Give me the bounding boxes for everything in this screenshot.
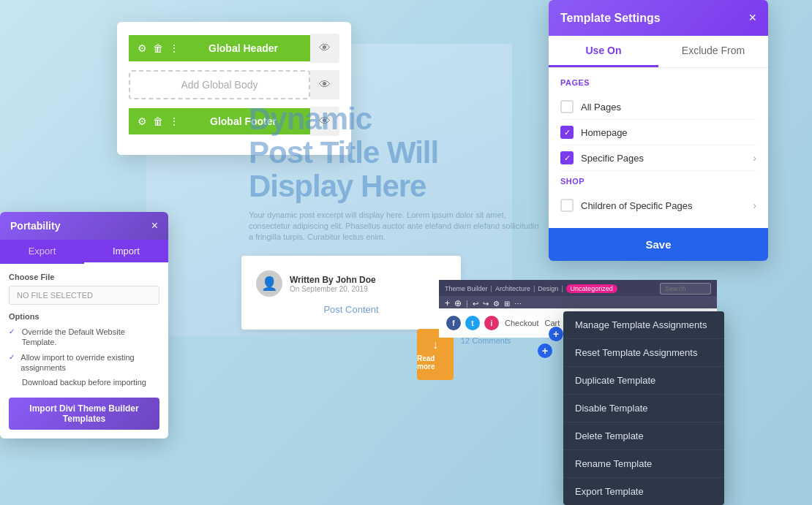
portability-close-button[interactable]: × [151,219,158,232]
toolbar-design[interactable]: Design [538,285,558,292]
children-checkbox[interactable] [560,199,574,212]
portability-tab-import[interactable]: Import [84,240,168,264]
social-icons-group: f t i [446,316,499,330]
option-label-2: Allow import to override existing assign… [20,352,159,373]
context-duplicate-template[interactable]: Duplicate Template [563,367,724,395]
template-settings-save-button[interactable]: Save [549,228,768,261]
toolbar-architecture[interactable]: Architecture [495,285,530,292]
settings-icon[interactable]: ⚙ [493,300,500,308]
template-settings-close-button[interactable]: × [748,10,756,26]
add-section-icon[interactable]: + [445,298,450,308]
options-label: Options [9,312,159,321]
children-chevron-icon: › [753,200,756,211]
context-delete-template[interactable]: Delete Template [563,422,724,450]
add-body-label: Add Global Body [181,79,257,91]
portability-tabs: Export Import [0,240,168,264]
context-menu: Manage Template Assignments Reset Templa… [563,311,724,505]
read-more-arrow-icon: ↓ [432,338,438,352]
dynamic-title-area: Dynamic Post Title Will Display Here You… [249,102,541,243]
ts-tab-use-on[interactable]: Use On [549,36,658,67]
ts-option-specific-pages[interactable]: ✓ Specific Pages › [560,145,756,171]
portability-panel: Portability × Export Import Choose File … [0,212,168,438]
context-rename-template[interactable]: Rename Template [563,450,724,478]
author-name: Written By John Doe [290,275,376,285]
facebook-icon[interactable]: f [446,316,461,330]
ts-option-all-pages[interactable]: All Pages [560,94,756,120]
import-button[interactable]: Import Divi Theme Builder Templates [9,398,159,430]
toolbar-search-input[interactable] [660,283,711,295]
add-body-area[interactable]: Add Global Body [129,70,310,99]
template-settings-header: Template Settings × [549,0,768,36]
dynamic-subtitle: Your dynamic post excerpt will display h… [249,210,541,243]
post-author: 👤 Written By John Doe On September 20, 2… [256,270,446,297]
footer-trash-icon[interactable]: 🗑 [153,115,163,127]
portability-tab-export[interactable]: Export [0,240,84,264]
global-header-label: Global Header [185,42,301,54]
specific-pages-checkbox[interactable]: ✓ [560,151,574,164]
children-label: Children of Specific Pages [581,200,745,211]
toolbar-uncategorized[interactable]: Uncategorized [566,284,617,293]
add-global-body-row: Add Global Body 👁 [129,70,339,99]
post-card: 👤 Written By John Doe On September 20, 2… [241,256,461,330]
nav-cart[interactable]: Cart [544,319,560,327]
footer-gear-icon[interactable]: ⚙ [138,115,147,127]
more-options-icon[interactable]: ⋯ [514,300,522,308]
template-settings-tabs: Use On Exclude From [549,36,768,68]
option-label-3: Download backup before importing [22,377,146,387]
homepage-checkbox[interactable]: ✓ [560,126,574,139]
ts-option-children[interactable]: Children of Specific Pages › [560,193,756,218]
template-settings-panel: Template Settings × Use On Exclude From … [549,0,768,261]
gear-icon[interactable]: ⚙ [138,42,147,54]
dynamic-title-text: Dynamic Post Title Will Display Here [249,102,541,204]
add-element-button-1[interactable]: + [549,327,563,341]
grid-icon[interactable]: ⊞ [504,300,510,308]
author-avatar: 👤 [256,270,282,297]
twitter-icon[interactable]: t [465,316,480,330]
portability-header: Portability × [0,212,168,240]
toolbar-theme-builder[interactable]: Theme Builder [445,285,488,292]
instagram-icon[interactable]: i [484,316,499,330]
header-visibility-toggle[interactable]: 👁 [310,34,339,63]
context-disable-template[interactable]: Disable Template [563,395,724,422]
read-more-label: Read more [417,354,454,371]
template-header-row: ⚙ 🗑 ⋮ Global Header 👁 [129,34,339,63]
all-pages-label: All Pages [581,102,756,113]
option-override-default: ✓ Override the Default Website Template. [9,327,159,348]
body-visibility-toggle[interactable]: 👁 [310,70,339,99]
undo-icon[interactable]: ↩ [473,300,478,308]
portability-title: Portability [10,220,60,232]
file-input-display[interactable]: NO FILE SELECTED [9,286,159,305]
global-header-row[interactable]: ⚙ 🗑 ⋮ Global Header [129,35,310,61]
option-check-1: ✓ [9,327,18,336]
context-reset-assignments[interactable]: Reset Template Assignments [563,339,724,367]
redo-icon[interactable]: ↪ [483,300,489,308]
ts-tab-exclude-from[interactable]: Exclude From [658,36,768,67]
portability-body: Choose File NO FILE SELECTED Options ✓ O… [0,264,168,438]
add-element-button-2[interactable]: + [538,343,552,358]
template-settings-body: Pages All Pages ✓ Homepage ✓ Specific Pa… [549,68,768,228]
divider-1: | [466,300,468,308]
nav-checkout[interactable]: Checkout [505,319,538,327]
add-row-icon[interactable]: ⊕ [454,298,462,308]
footer-more-icon[interactable]: ⋮ [169,115,179,127]
specific-pages-chevron-icon: › [753,152,756,164]
author-date: On September 20, 2019 [290,285,376,293]
all-pages-checkbox[interactable] [560,100,574,113]
more-icon[interactable]: ⋮ [169,42,179,54]
trash-icon[interactable]: 🗑 [153,42,163,54]
homepage-label: Homepage [581,127,756,138]
template-settings-title: Template Settings [560,12,661,25]
option-allow-import: ✓ Allow import to override existing assi… [9,352,159,373]
shop-section-label: Shop [560,177,756,186]
ts-option-homepage[interactable]: ✓ Homepage [560,120,756,145]
file-label: Choose File [9,273,159,281]
option-label-1: Override the Default Website Template. [22,327,159,348]
top-toolbar-bar: Theme Builder | Architecture | Design | … [439,280,717,297]
option-download-backup: ✓ Download backup before importing [9,377,159,387]
context-manage-assignments[interactable]: Manage Template Assignments [563,311,724,339]
context-export-template[interactable]: Export Template [563,478,724,505]
option-check-2: ✓ [9,353,16,362]
pages-section-label: Pages [560,78,756,87]
specific-pages-label: Specific Pages [581,153,745,164]
post-content-label: Post Content [256,304,446,315]
